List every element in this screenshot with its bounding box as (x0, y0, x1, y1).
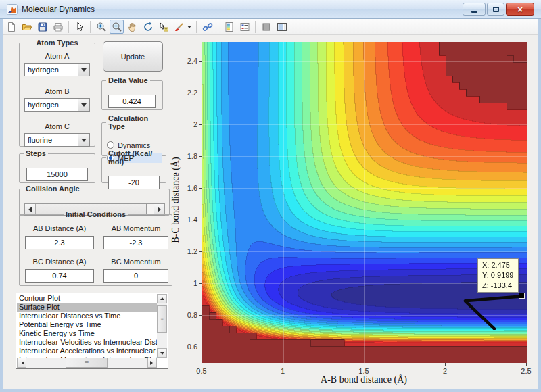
atom-types-title: Atom Types (34, 39, 80, 47)
data-cursor-icon[interactable] (156, 20, 170, 34)
toolbar-separator (218, 21, 218, 33)
new-figure-icon[interactable] (4, 20, 18, 34)
maximize-icon (493, 7, 499, 12)
brush-icon[interactable] (172, 20, 186, 34)
window-border-right (538, 19, 541, 392)
tick-label: 1.2 (174, 247, 197, 255)
tick-mark (364, 363, 364, 366)
toolbar-separator (196, 21, 197, 33)
tick-mark (283, 363, 283, 366)
vertical-scroll-thumb[interactable]: ≡ (157, 305, 167, 333)
zoom-in-icon[interactable] (94, 20, 108, 34)
cutoff-title: Cutoff (Kcal/ mol) (106, 149, 166, 166)
steps-title: Steps (24, 149, 48, 157)
minimize-icon (471, 11, 477, 13)
atom-a-dropdown[interactable]: hydrogen (24, 63, 90, 76)
steps-field[interactable]: 15000 (26, 168, 88, 181)
tick-mark (199, 156, 202, 157)
tick-mark (199, 220, 202, 220)
list-item[interactable]: Surface Plot (17, 303, 157, 312)
delta-value-field[interactable]: 0.424 (108, 95, 156, 108)
datatip-box[interactable]: X: 2.475 Y: 0.9199 Z: -133.4 (477, 258, 519, 293)
atom-c-dropdown-arrow-icon[interactable] (78, 134, 89, 146)
atom-a-dropdown-arrow-icon[interactable] (78, 64, 89, 76)
initial-conditions-title: Initial Conditions (64, 210, 128, 218)
list-item[interactable]: Kinetic Energy vs Time (17, 329, 157, 338)
tick-label: 1.4 (174, 216, 197, 224)
pan-icon[interactable] (125, 20, 139, 34)
datatip-y-value: Y: 0.9199 (482, 270, 514, 280)
dynamics-radio-label: Dynamics (118, 141, 150, 149)
tick-label: 0.8 (174, 311, 197, 319)
edit-plot-icon[interactable] (72, 20, 87, 34)
open-file-icon[interactable] (20, 20, 34, 34)
tick-label: 2.4 (174, 57, 197, 65)
ab-distance-field[interactable]: 2.3 (25, 236, 94, 249)
tick-label: 2.2 (174, 89, 197, 97)
atom-c-dropdown[interactable]: fluorine (24, 133, 90, 147)
atom-b-value: hydrogen (28, 101, 59, 109)
save-figure-icon[interactable] (35, 20, 49, 34)
tick-label: 1.5 (350, 367, 377, 375)
maximize-button[interactable] (487, 3, 504, 16)
minimize-button[interactable] (463, 3, 486, 16)
insert-colorbar-icon[interactable] (222, 20, 236, 34)
update-button[interactable]: Update (103, 41, 163, 72)
atom-b-dropdown[interactable]: hydrogen (24, 98, 90, 112)
initial-conditions-panel: Initial Conditions AB Distance (A) AB Mo… (19, 210, 172, 286)
tick-label: 0.6 (174, 343, 197, 351)
tick-mark (199, 61, 202, 62)
plot-type-listbox[interactable]: Contour PlotSurface PlotInternuclear Dis… (16, 293, 168, 369)
scroll-left-arrow-icon[interactable] (17, 358, 26, 368)
matlab-logo-icon (7, 4, 18, 15)
figure-client-area: Atom Types Atom A hydrogen Atom B hydrog… (3, 35, 538, 389)
tick-mark (199, 315, 202, 316)
bc-distance-field[interactable]: 0.74 (25, 269, 94, 283)
title-bar[interactable]: Molecular Dynamics × (0, 0, 541, 19)
list-item[interactable]: Potential Energy vs Time (17, 320, 157, 329)
hide-plot-tools-icon[interactable] (259, 20, 273, 34)
atom-a-value: hydrogen (28, 66, 59, 74)
toolbar-separator (90, 21, 91, 33)
atom-b-dropdown-arrow-icon[interactable] (78, 99, 89, 111)
ab-momentum-field[interactable]: -2.3 (103, 236, 168, 249)
scroll-up-arrow-icon[interactable] (157, 294, 167, 303)
brush-dropdown-caret-icon[interactable] (187, 26, 191, 30)
horizontal-scroll-thumb[interactable]: ☰ (66, 358, 108, 368)
print-figure-icon[interactable] (51, 20, 65, 34)
tick-label: 0.5 (188, 367, 215, 375)
pes-plot-area[interactable] (202, 42, 526, 363)
listbox-horizontal-scrollbar[interactable]: ☰ (17, 358, 157, 368)
scroll-right-arrow-icon[interactable] (147, 358, 157, 368)
app-window: Molecular Dynamics × (0, 0, 541, 392)
tick-mark (199, 283, 202, 284)
window-title: Molecular Dynamics (22, 5, 95, 14)
tick-mark (199, 93, 202, 93)
ab-distance-label: AB Distance (A) (25, 224, 94, 232)
tick-mark (199, 188, 202, 189)
listbox-vertical-scrollbar[interactable]: ≡ (157, 294, 167, 358)
plot-type-list: Contour PlotSurface PlotInternuclear Dis… (17, 294, 157, 358)
tick-mark (202, 363, 202, 366)
calculation-type-title: Calculation Type (106, 114, 166, 130)
pes-plot-canvas[interactable] (202, 42, 527, 363)
tick-mark (199, 347, 202, 347)
datatip-marker[interactable] (519, 293, 525, 299)
tick-label: 2.5 (513, 367, 540, 375)
show-plot-tools-icon[interactable] (275, 20, 289, 34)
list-item[interactable]: Internuclear Distances vs Time (17, 312, 157, 320)
link-plot-icon[interactable] (200, 20, 214, 34)
scroll-down-arrow-icon[interactable] (157, 348, 167, 358)
tick-label: 2 (431, 367, 458, 375)
close-button[interactable]: × (506, 3, 534, 16)
list-item[interactable]: Internuclear Velocities vs Internuclear … (17, 338, 157, 347)
datatip-x-value: X: 2.475 (482, 260, 514, 270)
dynamics-radio[interactable]: Dynamics (107, 140, 162, 150)
insert-legend-icon[interactable] (237, 20, 252, 34)
zoom-out-icon[interactable] (110, 20, 124, 34)
bc-momentum-field[interactable]: 0 (103, 269, 168, 283)
list-item[interactable]: Contour Plot (17, 294, 157, 303)
list-item[interactable]: Internuclear Accelerations vs Internucle… (17, 347, 157, 356)
rotate-3d-icon[interactable] (141, 20, 155, 34)
close-icon: × (517, 5, 523, 14)
